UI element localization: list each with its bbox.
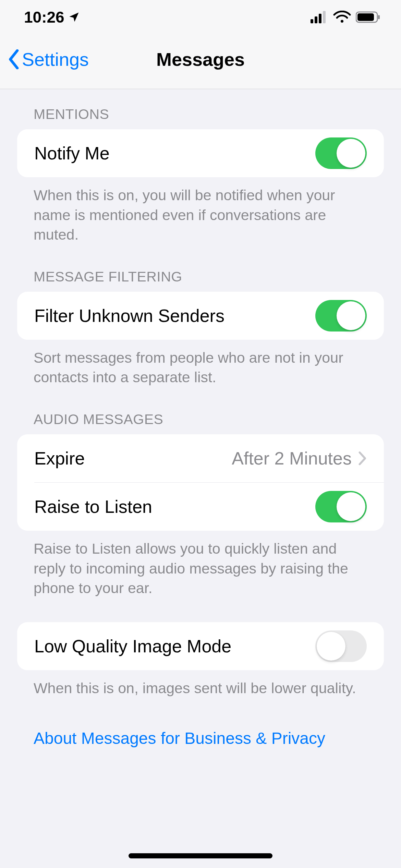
- raise-to-listen-switch[interactable]: [315, 491, 367, 522]
- filtering-group: Filter Unknown Senders: [17, 292, 384, 340]
- filter-unknown-label: Filter Unknown Senders: [34, 305, 224, 326]
- expire-label: Expire: [34, 448, 85, 469]
- back-button[interactable]: Settings: [8, 49, 89, 70]
- raise-to-listen-label: Raise to Listen: [34, 496, 152, 517]
- status-right: [311, 11, 380, 24]
- switch-knob: [317, 632, 345, 661]
- section-header-mentions: MENTIONS: [17, 89, 384, 129]
- navigation-bar: Settings Messages: [0, 34, 401, 89]
- notify-me-label: Notify Me: [34, 143, 110, 164]
- section-header-filtering: MESSAGE FILTERING: [17, 245, 384, 292]
- back-label: Settings: [22, 49, 89, 70]
- section-header-audio: AUDIO MESSAGES: [17, 387, 384, 434]
- expire-row[interactable]: Expire After 2 Minutes: [17, 434, 384, 482]
- mentions-footer: When this is on, you will be notified wh…: [17, 177, 384, 245]
- audio-footer: Raise to Listen allows you to quickly li…: [17, 531, 384, 598]
- audio-group: Expire After 2 Minutes Raise to Listen: [17, 434, 384, 531]
- notify-me-row[interactable]: Notify Me: [17, 129, 384, 177]
- expire-right: After 2 Minutes: [232, 448, 367, 469]
- home-indicator[interactable]: [129, 853, 272, 858]
- switch-knob: [337, 492, 365, 521]
- filter-unknown-switch[interactable]: [315, 300, 367, 331]
- mentions-group: Notify Me: [17, 129, 384, 177]
- filter-unknown-row[interactable]: Filter Unknown Senders: [17, 292, 384, 340]
- wifi-icon: [333, 11, 351, 24]
- svg-rect-0: [311, 19, 313, 23]
- filtering-footer: Sort messages from people who are not in…: [17, 340, 384, 387]
- svg-rect-2: [319, 14, 321, 23]
- battery-icon: [356, 11, 380, 23]
- page-title: Messages: [156, 49, 245, 70]
- cellular-icon: [311, 11, 328, 23]
- svg-rect-1: [315, 16, 317, 23]
- location-icon: [68, 11, 80, 23]
- notify-me-switch[interactable]: [315, 137, 367, 169]
- chevron-left-icon: [8, 49, 21, 69]
- low-quality-group: Low Quality Image Mode: [17, 622, 384, 670]
- svg-rect-7: [378, 15, 380, 19]
- low-quality-switch[interactable]: [315, 630, 367, 662]
- switch-knob: [337, 139, 365, 168]
- status-bar: 10:26: [0, 0, 401, 34]
- low-quality-row[interactable]: Low Quality Image Mode: [17, 622, 384, 670]
- expire-value: After 2 Minutes: [232, 448, 352, 469]
- low-quality-label: Low Quality Image Mode: [34, 636, 231, 656]
- status-time: 10:26: [24, 8, 80, 26]
- svg-point-4: [341, 20, 343, 23]
- raise-to-listen-row[interactable]: Raise to Listen: [17, 483, 384, 531]
- svg-rect-3: [323, 11, 326, 23]
- status-time-text: 10:26: [24, 8, 64, 26]
- settings-content: MENTIONS Notify Me When this is on, you …: [0, 89, 401, 748]
- svg-rect-6: [357, 13, 374, 21]
- chevron-right-icon: [359, 451, 367, 465]
- about-privacy-link[interactable]: About Messages for Business & Privacy: [17, 698, 384, 748]
- switch-knob: [337, 301, 365, 330]
- low-quality-footer: When this is on, images sent will be low…: [17, 670, 384, 698]
